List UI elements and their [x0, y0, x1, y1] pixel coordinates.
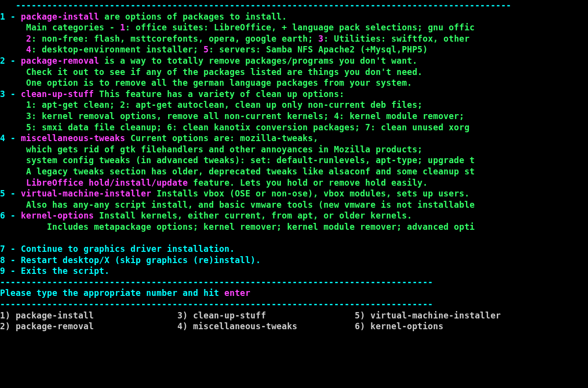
menu-desc: Installs vbox (OSE or non-ose), vbox mod… [151, 189, 470, 198]
menu-number: 1 [0, 12, 5, 22]
menu-number: 9 [0, 266, 5, 276]
menu-number: 8 [0, 255, 5, 265]
menu-item-miscellaneous-tweaks[interactable]: miscellaneous-tweaks [21, 133, 125, 143]
prompt-key: enter [224, 288, 250, 298]
separator-bottom: ----------------------------------------… [0, 299, 433, 309]
prompt-text: Please type the appropriate number and h… [0, 288, 224, 298]
separator-mid: ----------------------------------------… [0, 277, 433, 287]
terminal-output: ----------------------------------------… [0, 0, 588, 332]
menu-desc: Current options are: mozilla-tweaks, [125, 133, 318, 143]
separator-top: ----------------------------------------… [0, 0, 511, 10]
menu-item-simple[interactable]: Exits the script. [21, 266, 110, 276]
menu-item-simple[interactable]: Restart desktop/X (skip graphics (re)ins… [21, 255, 261, 265]
menu-item-package-removal[interactable]: package-removal [21, 56, 99, 66]
menu-desc: is a way to totally remove packages/prog… [99, 56, 417, 66]
menu-number: 6 [0, 211, 5, 220]
menu-desc: This feature has a variety of clean up o… [94, 89, 344, 99]
options-row-1[interactable]: 1) package-install 3) clean-up-stuff 5) … [0, 311, 501, 320]
menu-item-kernel-options[interactable]: kernel-options [21, 211, 94, 220]
menu-number: 2 [0, 56, 5, 66]
menu-number: 7 [0, 244, 5, 254]
menu-item-virtual-machine-installer[interactable]: virtual-machine-installer [21, 189, 151, 198]
options-row-2[interactable]: 2) package-removal 4) miscellaneous-twea… [0, 321, 443, 331]
menu-desc: Install kernels, either current, from ap… [94, 211, 413, 220]
menu-desc: are options of packages to install. [99, 12, 287, 22]
menu-number: 5 [0, 189, 5, 198]
menu-number: 3 [0, 89, 5, 99]
menu-item-clean-up-stuff[interactable]: clean-up-stuff [21, 89, 94, 99]
menu-item-simple[interactable]: Continue to graphics driver installation… [21, 244, 235, 254]
menu-item-package-install[interactable]: package-install [21, 12, 99, 22]
menu-number: 4 [0, 133, 5, 143]
